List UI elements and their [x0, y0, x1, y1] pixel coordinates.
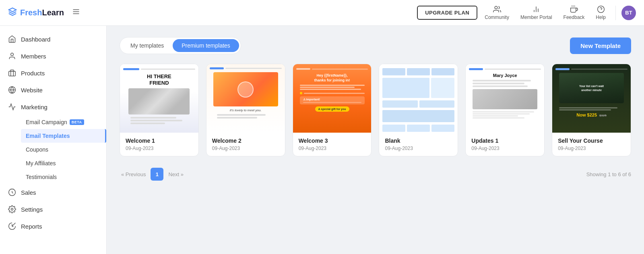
thumb-updates1: Mary Joyce — [466, 64, 544, 133]
template-card-welcome3[interactable]: Hey {{firstName}},thanks for joining in!… — [293, 64, 372, 156]
sidebar-item-label: Settings — [21, 206, 43, 213]
template-info: Welcome 1 09-Aug-2023 — [120, 133, 198, 156]
template-card-sell-your-course[interactable]: Your list can't waitanother minute Now $… — [552, 64, 631, 156]
thumb-row — [382, 68, 454, 75]
marketing-icon — [8, 103, 16, 111]
sidebar-item-coupons[interactable]: Coupons — [21, 143, 106, 156]
sidebar-item-website[interactable]: Website — [0, 81, 106, 98]
new-template-button[interactable]: New Template — [570, 37, 631, 54]
logo[interactable]: FreshLearn — [8, 7, 64, 19]
sidebar-item-testimonials[interactable]: Testimonials — [21, 170, 106, 184]
template-thumb: Your list can't waitanother minute Now $… — [552, 64, 631, 133]
marketing-submenu: Email Campaign BETA Email Templates Coup… — [0, 115, 106, 184]
reports-icon — [8, 222, 16, 230]
template-thumb: Mary Joyce — [466, 64, 544, 133]
feedback-nav-item[interactable]: Feedback — [559, 4, 589, 22]
template-card-updates1[interactable]: Mary Joyce — [465, 64, 545, 156]
template-name: Blank — [385, 137, 452, 144]
upgrade-plan-button[interactable]: UPGRADE PLAN — [417, 6, 477, 20]
template-info: Sell Your Course 09-Aug-2023 — [552, 133, 631, 156]
hamburger-button[interactable] — [72, 8, 80, 18]
sidebar-item-marketing[interactable]: Marketing — [0, 98, 106, 115]
template-date: 09-Aug-2023 — [126, 146, 193, 151]
thumb-row — [382, 125, 454, 132]
svg-rect-10 — [9, 71, 16, 76]
next-page-button[interactable]: Next » — [167, 170, 185, 179]
thumb-lines — [130, 117, 188, 124]
template-name: Updates 1 — [471, 137, 539, 144]
template-name: Sell Your Course — [558, 137, 625, 144]
template-info: Blank 09-Aug-2023 — [379, 133, 458, 156]
thumb-image — [128, 88, 190, 115]
template-thumb: HI THEREFRIEND — [120, 64, 198, 133]
thumb-row — [382, 78, 454, 98]
sidebar-item-label: Website — [21, 87, 43, 94]
template-card-welcome2[interactable]: It's lovely to meet you. Welcome 2 09-Au… — [206, 64, 285, 156]
topbar-right: UPGRADE PLAN Community Member Portal Fee… — [417, 4, 636, 22]
thumb-name: Mary Joyce — [493, 73, 517, 78]
member-portal-nav-item[interactable]: Member Portal — [516, 4, 556, 22]
thumb-lines — [473, 80, 537, 87]
page-number-1[interactable]: 1 — [151, 168, 163, 181]
products-icon — [8, 69, 16, 77]
thumb-sell: Your list can't waitanother minute Now $… — [552, 64, 631, 133]
svg-point-7 — [597, 6, 604, 13]
thumb-text: HI THEREFRIEND — [147, 73, 171, 86]
tabs-header: My templates Premium templates New Templ… — [120, 37, 631, 54]
thumb-row — [382, 100, 454, 108]
avatar[interactable]: BT — [621, 6, 636, 20]
template-card-blank[interactable]: Blank 09-Aug-2023 — [379, 64, 458, 156]
thumb-image: Your list can't waitanother minute — [559, 73, 624, 103]
sidebar-sub-item-label: Email Campaign — [26, 119, 67, 125]
template-name: Welcome 1 — [126, 137, 193, 144]
sidebar-item-email-templates[interactable]: Email Templates — [21, 129, 106, 143]
pagination: « Previous 1 Next » — [120, 168, 185, 181]
thumb-blank — [379, 64, 458, 133]
sales-icon — [8, 188, 16, 196]
thumb-para — [473, 111, 537, 119]
svg-point-14 — [11, 208, 13, 210]
beta-badge: BETA — [70, 119, 84, 125]
sidebar-item-members[interactable]: Members — [0, 48, 106, 65]
members-icon — [8, 52, 16, 60]
template-info: Updates 1 09-Aug-2023 — [466, 133, 544, 156]
thumb-btn: A special gift for you — [315, 106, 349, 112]
previous-page-button[interactable]: « Previous — [120, 170, 147, 179]
template-card-welcome1[interactable]: HI THEREFRIEND Welcome 1 09-Aug-2023 — [120, 64, 199, 156]
tab-my-templates[interactable]: My templates — [122, 39, 173, 52]
sidebar-item-label: Members — [21, 53, 46, 60]
template-date: 09-Aug-2023 — [212, 146, 279, 151]
sidebar-item-products[interactable]: Products — [0, 65, 106, 81]
sidebar-sub-item-label: Email Templates — [26, 133, 70, 139]
logo-text: FreshLearn — [20, 8, 64, 17]
community-nav-item[interactable]: Community — [481, 4, 513, 22]
tab-premium-templates[interactable]: Premium templates — [173, 39, 239, 52]
template-name: Welcome 2 — [212, 137, 279, 144]
showing-count-text: Showing 1 to 6 of 6 — [586, 171, 631, 177]
sidebar-sub-item-label: My Affiliates — [26, 160, 56, 167]
sidebar-sub-item-label: Testimonials — [26, 174, 57, 180]
sidebar-item-label: Products — [21, 70, 45, 77]
templates-grid: HI THEREFRIEND Welcome 1 09-Aug-2023 — [120, 64, 631, 156]
sidebar-item-reports[interactable]: Reports — [0, 218, 106, 235]
home-icon — [8, 35, 16, 43]
sidebar-item-settings[interactable]: Settings — [0, 201, 106, 218]
help-nav-item[interactable]: Help — [592, 4, 610, 22]
logo-icon — [8, 7, 17, 19]
sidebar-item-dashboard[interactable]: Dashboard — [0, 31, 106, 48]
thumb-price: Now $225 — [576, 112, 597, 117]
thumb-image — [473, 89, 537, 109]
sidebar-item-label: Sales — [21, 189, 36, 196]
tabs-container: My templates Premium templates — [120, 37, 241, 54]
sidebar-item-my-affiliates[interactable]: My Affiliates — [21, 156, 106, 170]
website-icon — [8, 86, 16, 94]
thumb-welcome3: Hey {{firstName}},thanks for joining in!… — [293, 64, 372, 133]
sidebar-item-sales[interactable]: Sales — [0, 184, 106, 201]
settings-icon — [8, 205, 16, 213]
sidebar-item-email-campaign[interactable]: Email Campaign BETA — [21, 115, 106, 129]
thumb-original-price: $325 — [599, 114, 607, 117]
sidebar-item-label: Dashboard — [21, 36, 50, 43]
sidebar-sub-item-label: Coupons — [26, 146, 48, 153]
template-info: Welcome 3 09-Aug-2023 — [293, 133, 372, 156]
template-thumb — [379, 64, 458, 133]
